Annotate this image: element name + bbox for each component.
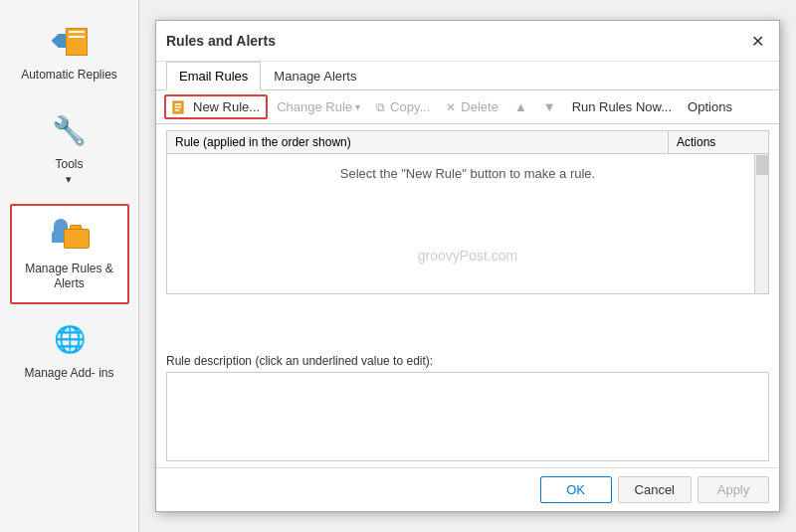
sidebar-item-manage-addins[interactable]: 🌐 Manage Add- ins [10,308,129,394]
sidebar-item-automatic-replies[interactable]: Automatic Replies [10,10,129,95]
move-up-button[interactable]: ▲ [507,95,534,118]
move-down-button[interactable]: ▼ [536,95,563,118]
delete-button[interactable]: ✕ Delete [439,95,505,118]
change-rule-button[interactable]: Change Rule ▾ [270,95,367,118]
main-area: Rules and Alerts ✕ Email Rules Manage Al… [139,0,796,532]
change-rule-label: Change Rule [277,99,352,114]
new-rule-icon [172,100,188,114]
cancel-button[interactable]: Cancel [618,476,692,503]
table-col-actions: Actions [669,131,768,153]
watermark: groovyPost.com [418,248,517,264]
table-body: Select the "New Rule" button to make a r… [167,154,768,293]
sidebar-item-label: Manage Add- ins [24,366,113,382]
dropdown-arrow-icon: ▾ [355,101,360,112]
scrollbar[interactable] [754,154,768,293]
table-empty-message: Select the "New Rule" button to make a r… [340,166,595,181]
sidebar-item-label: Tools ▾ [55,157,83,188]
scroll-thumb [756,155,768,175]
sidebar-item-tools[interactable]: 🔧 Tools ▾ [10,99,129,200]
run-rules-button[interactable]: Run Rules Now... [565,95,679,118]
dialog-rules-and-alerts: Rules and Alerts ✕ Email Rules Manage Al… [155,20,780,512]
sidebar: Automatic Replies 🔧 Tools ▾ Manage Rules… [0,0,139,532]
copy-icon: ⧉ [376,100,385,114]
copy-label: Copy... [390,99,430,114]
toolbar: New Rule... Change Rule ▾ ⧉ Copy... ✕ De… [156,90,779,124]
apply-button[interactable]: Apply [697,476,769,503]
rule-description-label: Rule description (click an underlined va… [166,354,769,368]
rules-table: Rule (applied in the order shown) Action… [166,130,769,294]
copy-button[interactable]: ⧉ Copy... [369,95,437,118]
move-down-icon: ▼ [543,99,556,114]
automatic-replies-icon [50,22,90,62]
options-button[interactable]: Options [681,95,739,118]
table-col-rule: Rule (applied in the order shown) [167,131,669,153]
new-rule-button[interactable]: New Rule... [164,94,268,119]
tab-bar: Email Rules Manage Alerts [156,62,779,90]
sidebar-item-label: Automatic Replies [21,68,117,84]
rule-description-box[interactable] [166,372,769,461]
delete-label: Delete [461,99,498,114]
table-header-row: Rule (applied in the order shown) Action… [167,131,768,154]
new-rule-label: New Rule... [193,99,260,114]
svg-rect-2 [175,106,181,108]
manage-addins-icon: 🌐 [50,320,90,360]
move-up-icon: ▲ [514,99,527,114]
tools-icon: 🔧 [50,111,90,151]
dialog-title: Rules and Alerts [166,33,276,49]
tab-email-rules[interactable]: Email Rules [166,62,261,90]
manage-rules-icon [50,216,90,256]
ok-button[interactable]: OK [540,476,612,503]
dialog-titlebar: Rules and Alerts ✕ [156,21,779,62]
options-label: Options [688,99,732,114]
sidebar-item-label: Manage Rules & Alerts [18,262,121,292]
sidebar-item-manage-rules[interactable]: Manage Rules & Alerts [10,204,129,304]
run-rules-label: Run Rules Now... [572,99,672,114]
tab-manage-alerts[interactable]: Manage Alerts [261,62,369,90]
svg-rect-1 [175,103,181,105]
close-button[interactable]: ✕ [745,29,769,53]
delete-icon: ✕ [446,100,456,114]
rules-table-container: Rule (applied in the order shown) Action… [156,124,779,348]
svg-rect-3 [175,109,179,111]
dialog-footer: OK Cancel Apply [156,467,779,511]
rule-description-section: Rule description (click an underlined va… [156,348,779,467]
